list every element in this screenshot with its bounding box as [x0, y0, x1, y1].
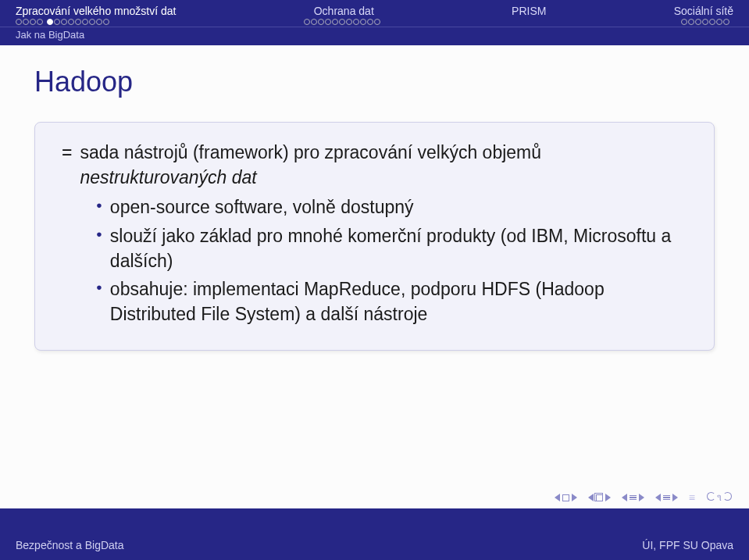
redo-icon	[723, 492, 732, 501]
section-label: PRISM	[512, 5, 546, 17]
triangle-right-icon	[572, 494, 577, 501]
outline-icon[interactable]: ≡	[689, 491, 696, 504]
undo-icon	[707, 492, 715, 501]
bullet-text: obsahuje: implementaci MapReduce, podpor…	[110, 276, 692, 326]
intro-plain: sada nástrojů (framework) pro zpracování…	[80, 142, 541, 162]
slide-body: Hadoop = sada nástrojů (framework) pro z…	[0, 45, 749, 508]
section-label: Ochrana dat	[314, 5, 374, 17]
frame-title: Hadoop	[34, 66, 715, 98]
equals-sign: =	[57, 140, 72, 190]
search-icon: ૧	[717, 492, 722, 503]
nav-toolbar: ≡ ૧	[555, 491, 732, 504]
bullet-list: ● open-source software, volně dostupný ●…	[57, 194, 692, 326]
content-block: = sada nástrojů (framework) pro zpracová…	[34, 122, 715, 351]
triangle-right-icon	[605, 494, 611, 501]
subsection-label: Jak na BigData	[0, 27, 749, 45]
section-socialni[interactable]: Sociální sítě	[674, 5, 733, 25]
list-item: ● obsahuje: implementaci MapReduce, podp…	[96, 276, 692, 326]
nav-prev-section[interactable]	[622, 494, 644, 501]
slide-icon	[562, 494, 569, 501]
bars-icon	[663, 495, 670, 501]
footer-right: ÚI, FPF SU Opava	[642, 539, 733, 551]
definition-row: = sada nástrojů (framework) pro zpracová…	[57, 140, 692, 190]
bullet-text: open-source software, volně dostupný	[110, 194, 692, 219]
section-label: Zpracování velkého množství dat	[16, 5, 176, 17]
bullet-icon: ●	[96, 276, 102, 326]
triangle-left-icon	[555, 494, 560, 501]
triangle-right-icon	[639, 494, 644, 501]
bullet-icon: ●	[96, 223, 102, 273]
section-label: Sociální sítě	[674, 5, 733, 17]
nav-prev-subsection[interactable]	[655, 494, 678, 501]
intro-italic: nestrukturovaných dat	[80, 167, 256, 187]
beamer-header: Zpracování velkého množství dat Ochrana …	[0, 0, 749, 27]
nav-undo-redo[interactable]: ૧	[707, 492, 732, 503]
footer-left: Bezpečnost a BigData	[16, 539, 124, 551]
bars-icon	[630, 495, 637, 501]
section-prism[interactable]: PRISM	[512, 5, 546, 25]
frames-icon	[596, 494, 603, 501]
section-zpracovani[interactable]: Zpracování velkého množství dat	[16, 5, 176, 25]
beamer-footer: Bezpečnost a BigData ÚI, FPF SU Opava	[0, 530, 749, 560]
progress-dots	[681, 19, 733, 25]
triangle-right-icon	[672, 494, 678, 501]
subsection-text: Jak na BigData	[16, 29, 84, 41]
list-item: ● slouží jako základ pro mnohé komerční …	[96, 223, 692, 273]
nav-prev-frame[interactable]	[588, 494, 611, 501]
progress-dots	[16, 19, 113, 25]
nav-prev-slide[interactable]	[555, 494, 577, 501]
triangle-left-icon	[622, 494, 627, 501]
list-item: ● open-source software, volně dostupný	[96, 194, 692, 219]
triangle-left-icon	[588, 494, 594, 501]
triangle-left-icon	[655, 494, 661, 501]
bullet-icon: ●	[96, 194, 102, 219]
section-ochrana[interactable]: Ochrana dat	[304, 5, 384, 25]
definition-text: sada nástrojů (framework) pro zpracování…	[80, 140, 692, 190]
bullet-text: slouží jako základ pro mnohé komerční pr…	[110, 223, 692, 273]
progress-dots	[304, 19, 384, 25]
